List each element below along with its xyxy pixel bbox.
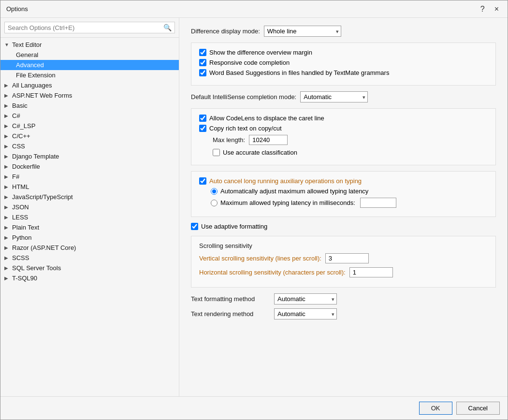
tree-item-label: Dockerfile <box>12 163 40 170</box>
show-difference-overview-label[interactable]: Show the difference overview margin <box>209 49 312 56</box>
maximum-latency-radio[interactable] <box>211 200 218 206</box>
use-accurate-classification-checkbox[interactable] <box>213 149 220 156</box>
adaptive-formatting-checkbox[interactable] <box>191 223 198 230</box>
tree-item-aspnet[interactable]: ▶ ASP.NET Web Forms <box>0 90 179 101</box>
allow-codelens-label[interactable]: Allow CodeLens to displace the caret lin… <box>209 115 324 122</box>
max-length-input[interactable] <box>249 135 288 145</box>
search-input-wrap: 🔍 <box>4 22 175 33</box>
tree-item-html[interactable]: ▶ HTML <box>0 182 179 192</box>
auto-adjust-label[interactable]: Automatically adjust maximum allowed typ… <box>220 188 368 195</box>
close-button[interactable]: × <box>492 4 502 14</box>
use-accurate-classification-label[interactable]: Use accurate classification <box>223 149 297 156</box>
tree-item-label: HTML <box>12 183 29 190</box>
intellisense-select[interactable]: Automatic Tab-only None <box>300 91 368 102</box>
left-panel: 🔍 ▼ Text Editor General Advanced <box>0 18 179 396</box>
intellisense-dropdown-wrap: Automatic Tab-only None <box>300 91 368 102</box>
search-input[interactable] <box>8 24 163 31</box>
tree-item-label: Python <box>12 234 31 241</box>
text-rendering-label: Text rendering method <box>191 310 268 318</box>
tree-item-python[interactable]: ▶ Python <box>0 232 179 243</box>
difference-display-mode-row: Difference display mode: Whole line Inli… <box>191 26 496 37</box>
arrow-icon: ▶ <box>4 154 10 159</box>
allow-codelens-row: Allow CodeLens to displace the caret lin… <box>199 115 488 122</box>
tree-item-fsharp[interactable]: ▶ F# <box>0 172 179 182</box>
arrow-icon: ▶ <box>4 245 10 250</box>
tree-item-scss[interactable]: ▶ SCSS <box>0 253 179 263</box>
tree-item-csharp-lsp[interactable]: ▶ C#_LSP <box>0 121 179 131</box>
tree-item-all-languages[interactable]: ▶ All Languages <box>0 80 179 90</box>
copy-rich-text-checkbox[interactable] <box>199 125 206 132</box>
word-based-suggestions-checkbox[interactable] <box>199 69 206 76</box>
tree-item-csharp[interactable]: ▶ C# <box>0 111 179 121</box>
arrow-icon: ▼ <box>4 42 10 47</box>
difference-display-mode-select[interactable]: Whole line Inline <box>264 26 341 37</box>
text-formatting-select[interactable]: Automatic Manual <box>274 293 337 304</box>
use-accurate-row: Use accurate classification <box>199 149 488 156</box>
responsive-code-completion-label[interactable]: Responsive code completion <box>209 59 290 66</box>
difference-display-mode-dropdown-wrap: Whole line Inline <box>264 26 341 37</box>
maximum-latency-label[interactable]: Maximum allowed typing latency in millis… <box>220 199 355 206</box>
arrow-icon: ▶ <box>4 215 10 220</box>
tree-item-django[interactable]: ▶ Django Template <box>0 151 179 161</box>
vertical-scrolling-label: Vertical scrolling sensitivity (lines pe… <box>199 255 321 262</box>
arrow-icon: ▶ <box>4 184 10 189</box>
right-panel: Difference display mode: Whole line Inli… <box>179 18 508 396</box>
auto-cancel-row: Auto cancel long running auxiliary opera… <box>199 177 488 185</box>
tree-item-text-editor[interactable]: ▼ Text Editor <box>0 40 179 50</box>
horizontal-scrolling-input[interactable] <box>349 267 393 277</box>
tree-item-less[interactable]: ▶ LESS <box>0 212 179 222</box>
arrow-icon: ▶ <box>4 83 10 88</box>
tree-item-plain-text[interactable]: ▶ Plain Text <box>0 222 179 232</box>
tree-item-dockerfile[interactable]: ▶ Dockerfile <box>0 161 179 172</box>
arrow-icon: ▶ <box>4 103 10 108</box>
arrow-icon: ▶ <box>4 144 10 149</box>
tree-item-file-extension[interactable]: File Extension <box>0 70 179 80</box>
responsive-code-row: Responsive code completion <box>199 59 488 66</box>
word-based-suggestions-label[interactable]: Word Based Suggestions in files handled … <box>209 69 389 76</box>
help-button[interactable]: ? <box>478 4 488 14</box>
tree-item-advanced[interactable]: Advanced <box>0 60 179 70</box>
arrow-icon: ▶ <box>4 255 10 261</box>
content-area: 🔍 ▼ Text Editor General Advanced <box>0 18 508 396</box>
tree-item-label: C/C++ <box>12 132 30 140</box>
copy-rich-text-label[interactable]: Copy rich text on copy/cut <box>209 125 282 132</box>
show-difference-overview-row: Show the difference overview margin <box>199 49 488 56</box>
copy-rich-text-row: Copy rich text on copy/cut <box>199 125 488 132</box>
responsive-code-completion-checkbox[interactable] <box>199 59 206 66</box>
tree-item-basic[interactable]: ▶ Basic <box>0 101 179 111</box>
bottom-bar: OK Cancel <box>0 396 508 420</box>
adaptive-formatting-label[interactable]: Use adaptive formatting <box>201 223 267 230</box>
vertical-scrolling-input[interactable] <box>325 253 369 263</box>
tree-item-label: ASP.NET Web Forms <box>12 92 72 99</box>
maximum-latency-input[interactable] <box>360 198 396 208</box>
tree-item-javascript[interactable]: ▶ JavaScript/TypeScript <box>0 192 179 202</box>
tree-item-razor[interactable]: ▶ Razor (ASP.NET Core) <box>0 243 179 253</box>
auto-cancel-label[interactable]: Auto cancel long running auxiliary opera… <box>209 177 362 185</box>
tree-item-label: Razor (ASP.NET Core) <box>12 244 76 251</box>
intellisense-label: Default IntelliSense completion mode: <box>191 93 296 101</box>
tree-item-label: Advanced <box>16 61 44 69</box>
tree-item-json[interactable]: ▶ JSON <box>0 202 179 212</box>
tree-item-cpp[interactable]: ▶ C/C++ <box>0 131 179 141</box>
dialog-title: Options <box>6 5 28 13</box>
text-rendering-select[interactable]: Automatic GDI DirectWrite <box>274 308 337 319</box>
tree-item-css[interactable]: ▶ CSS <box>0 141 179 151</box>
tree-item-label: Plain Text <box>12 224 39 231</box>
title-bar: Options ? × <box>0 0 508 18</box>
allow-codelens-checkbox[interactable] <box>199 115 206 122</box>
tree-item-general[interactable]: General <box>0 50 179 60</box>
scrolling-sensitivity-section: Scrolling sensitivity Vertical scrolling… <box>191 236 496 288</box>
auto-cancel-checkbox[interactable] <box>199 177 206 185</box>
cancel-button[interactable]: Cancel <box>456 402 500 415</box>
tree-item-label: F# <box>12 173 19 180</box>
arrow-icon: ▶ <box>4 235 10 240</box>
tree-item-sql-server[interactable]: ▶ SQL Server Tools <box>0 263 179 273</box>
ok-button[interactable]: OK <box>419 402 452 415</box>
search-box: 🔍 <box>0 18 179 38</box>
tree-item-tsql90[interactable]: ▶ T-SQL90 <box>0 273 179 283</box>
arrow-icon: ▶ <box>4 113 10 118</box>
auto-adjust-radio[interactable] <box>211 188 218 195</box>
horizontal-scrolling-row: Horizontal scrolling sensitivity (charac… <box>199 267 488 277</box>
arrow-icon: ▶ <box>4 204 10 210</box>
show-difference-overview-checkbox[interactable] <box>199 49 206 56</box>
